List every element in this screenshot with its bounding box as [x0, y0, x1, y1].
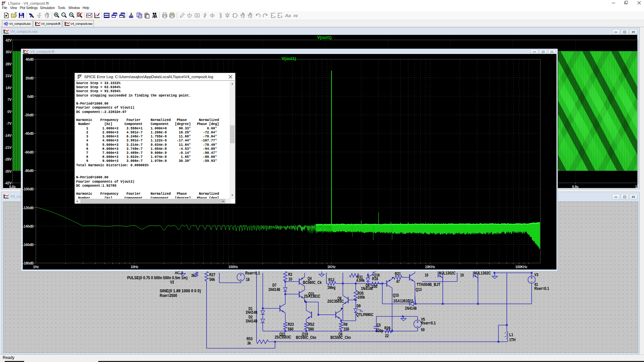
svg-text:1KHz: 1KHz	[327, 265, 336, 269]
svg-text:C5: C5	[377, 323, 381, 327]
svg-text:Aa: Aa	[285, 13, 291, 18]
svg-text:D7: D7	[272, 283, 276, 288]
svg-text:0.9s: 0.9s	[572, 185, 579, 188]
svg-text:1N4148: 1N4148	[246, 319, 257, 323]
svg-text:50: 50	[421, 327, 425, 332]
svg-text:Rser=0.1: Rser=0.1	[245, 271, 260, 276]
svg-text:0.0s: 0.0s	[9, 185, 16, 188]
svg-text:-80dB: -80dB	[24, 169, 34, 173]
svg-text:14V: 14V	[6, 86, 12, 90]
svg-text:1.0s: 1.0s	[635, 185, 639, 188]
svg-text:-160dB: -160dB	[23, 243, 34, 247]
svg-text:560: 560	[308, 327, 314, 331]
svg-text:-40dB: -40dB	[24, 131, 34, 135]
svg-text:100KHz: 100KHz	[515, 265, 527, 269]
svg-text:10: 10	[425, 273, 428, 278]
svg-text:560: 560	[288, 327, 293, 331]
svg-text:R8: R8	[343, 322, 347, 327]
svg-text:R18: R18	[372, 277, 378, 281]
svg-text:10: 10	[288, 277, 292, 282]
svg-text:56k: 56k	[209, 277, 215, 282]
svg-text:Rser=0.1: Rser=0.1	[534, 286, 549, 291]
svg-text:Q15: Q15	[393, 293, 399, 298]
svg-text:35V: 35V	[6, 50, 12, 54]
svg-text:V2: V2	[170, 280, 174, 285]
svg-text:R27: R27	[209, 273, 215, 277]
svg-text:R23: R23	[288, 322, 294, 327]
svg-text:R52: R52	[308, 322, 314, 327]
svg-text:MJL1302C: MJL1302C	[439, 271, 455, 276]
svg-text:100k: 100k	[358, 295, 365, 300]
svg-text:Rser=2500: Rser=2500	[160, 293, 177, 298]
svg-text:L1: L1	[509, 333, 513, 337]
svg-text:R12: R12	[328, 278, 334, 282]
svg-text:MJL1302C: MJL1302C	[474, 271, 491, 276]
svg-text:-21V: -21V	[4, 145, 11, 149]
svg-text:BC560C_Ck: BC560C_Ck	[303, 280, 322, 285]
svg-text:0V: 0V	[7, 110, 11, 114]
svg-text:1N4148: 1N4148	[405, 306, 417, 311]
svg-text:PULSE(0 0.75 0 500n 500n 0.5m: PULSE(0 0.75 0 500n 500n 0.5m 1m)	[127, 276, 187, 280]
svg-text:-60dB: -60dB	[24, 150, 34, 154]
svg-text:.op: .op	[293, 14, 298, 17]
svg-text:40dB: 40dB	[25, 57, 34, 61]
svg-text:R26: R26	[384, 326, 390, 330]
svg-text:-140dB: -140dB	[23, 224, 34, 228]
svg-text:28V: 28V	[6, 62, 12, 66]
svg-text:330p: 330p	[376, 328, 383, 333]
svg-text:42V: 42V	[6, 38, 12, 42]
svg-text:3k: 3k	[247, 341, 251, 346]
svg-text:V(out1): V(out1)	[281, 56, 296, 61]
svg-text:3: 3	[281, 15, 282, 18]
svg-text:TTA004B_BJT: TTA004B_BJT	[417, 282, 441, 287]
svg-text:2SA1381C: 2SA1381C	[304, 294, 320, 299]
svg-text:10: 10	[460, 273, 464, 278]
svg-text:20dB: 20dB	[25, 76, 34, 80]
svg-text:22: 22	[385, 334, 389, 338]
svg-text:-20dB: -20dB	[24, 113, 34, 117]
svg-text:2SC3503C: 2SC3503C	[275, 335, 291, 340]
svg-text:1Meg: 1Meg	[327, 285, 335, 290]
svg-text:R21: R21	[395, 272, 401, 276]
svg-text:1TH: 1TH	[509, 338, 516, 342]
svg-text:-7V: -7V	[6, 121, 12, 125]
svg-text:1N4148: 1N4148	[361, 286, 373, 291]
svg-text:7V: 7V	[7, 98, 11, 102]
svg-text:V3: V3	[534, 273, 538, 277]
svg-text:2SC3503C: 2SC3503C	[327, 299, 344, 304]
svg-text:1N4148: 1N4148	[246, 310, 257, 315]
svg-text:-180dB: -180dB	[23, 261, 34, 265]
svg-text:1N4148: 1N4148	[268, 287, 280, 292]
svg-text:10Hz: 10Hz	[131, 265, 139, 269]
svg-text:BC550C_Cko: BC550C_Cko	[296, 335, 316, 340]
svg-text:R3: R3	[288, 272, 292, 277]
svg-text:-28V: -28V	[4, 157, 11, 161]
svg-text:Q13: Q13	[416, 287, 422, 292]
svg-text:R53: R53	[247, 337, 253, 341]
svg-text:V(out1): V(out1)	[317, 35, 331, 40]
svg-text:10KHz: 10KHz	[425, 265, 435, 269]
svg-text:BC550C_Cko: BC550C_Cko	[330, 335, 351, 340]
svg-text:-100dB: -100dB	[23, 187, 34, 191]
svg-text:47: 47	[396, 279, 400, 284]
svg-text:-35V: -35V	[4, 169, 11, 173]
svg-text:18: 18	[246, 277, 250, 282]
svg-text:m: m	[274, 15, 276, 18]
svg-text:21V: 21V	[6, 74, 12, 78]
svg-text:4.99k: 4.99k	[356, 278, 365, 283]
svg-text:100Hz: 100Hz	[228, 265, 238, 269]
svg-text:A: A	[196, 14, 198, 17]
svg-text:Rser=0.1: Rser=0.1	[421, 321, 436, 325]
svg-text:D9: D9	[357, 304, 361, 308]
svg-text:-120dB: -120dB	[23, 206, 34, 210]
svg-text:QTLP690C: QTLP690C	[356, 312, 373, 317]
svg-text:D11: D11	[408, 299, 414, 303]
svg-text:1Hz: 1Hz	[33, 265, 39, 269]
svg-text:150: 150	[343, 327, 349, 331]
svg-text:SINE(0 1.89 1000 0 0 0): SINE(0 1.89 1000 0 0 0)	[160, 289, 201, 293]
svg-text:0dB: 0dB	[27, 95, 34, 99]
svg-text:3k: 3k	[191, 273, 195, 278]
svg-text:-14V: -14V	[4, 133, 11, 137]
